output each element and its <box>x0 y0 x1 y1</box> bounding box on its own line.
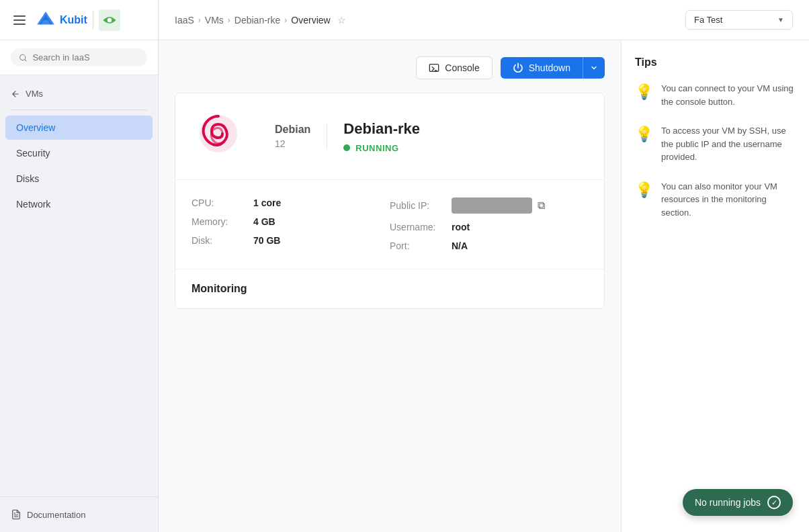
tip-item-1: 💡 You can connect to your VM using the c… <box>635 82 796 108</box>
disk-row: Disk: 70 GB <box>191 231 390 250</box>
status-text: RUNNING <box>355 143 398 153</box>
search-icon <box>19 53 27 62</box>
nav-divider <box>11 109 147 110</box>
memory-value: 4 GB <box>253 216 275 227</box>
breadcrumb-vms[interactable]: VMs <box>205 15 224 26</box>
cpu-label: CPU: <box>191 197 245 208</box>
memory-label: Memory: <box>191 216 245 227</box>
breadcrumb: IaaS › VMs › Debian-rke › Overview ☆ <box>175 15 346 26</box>
monitoring-title: Monitoring <box>191 283 588 295</box>
topbar: IaaS › VMs › Debian-rke › Overview ☆ Fa … <box>159 0 809 40</box>
cpu-row: CPU: 1 core <box>191 193 390 212</box>
svg-point-1 <box>108 17 112 21</box>
search-area <box>0 40 158 75</box>
breadcrumb-iaas[interactable]: IaaS <box>175 15 194 26</box>
ip-value-placeholder <box>452 197 532 214</box>
sidebar-item-label-security: Security <box>16 148 50 159</box>
breadcrumb-vm-name[interactable]: Debian-rke <box>235 15 280 26</box>
sidebar-nav: VMs Overview Security Disks Network <box>0 75 158 496</box>
memory-row: Memory: 4 GB <box>191 212 390 231</box>
hamburger-button[interactable] <box>11 13 28 28</box>
tip-item-3: 💡 You can also monitor your VM resources… <box>635 180 796 220</box>
jobs-badge[interactable]: No running jobs ✓ <box>683 489 793 516</box>
chevron-down-icon: ▼ <box>777 16 784 24</box>
back-to-vms[interactable]: VMs <box>0 83 158 104</box>
power-icon <box>513 62 523 73</box>
console-label: Console <box>445 62 479 73</box>
shutdown-dropdown-button[interactable] <box>583 57 605 79</box>
workspace-selector[interactable]: Fa Test ▼ <box>685 10 793 30</box>
sidebar-header: Kubit <box>0 0 158 40</box>
vm-status: RUNNING <box>343 143 420 153</box>
content-area: Console Shutdown <box>159 40 809 532</box>
sidebar-item-label-network: Network <box>16 199 50 210</box>
disk-label: Disk: <box>191 235 245 246</box>
username-row: Username: root <box>390 218 588 236</box>
port-row: Port: N/A <box>390 236 588 255</box>
vm-details-right: Public IP: ⧉ Username: root Port: <box>390 193 588 255</box>
sidebar-item-disks[interactable]: Disks <box>5 167 153 191</box>
breadcrumb-current: Overview <box>291 15 330 26</box>
vm-name-status: Debian-rke RUNNING <box>327 120 436 153</box>
vm-details: CPU: 1 core Memory: 4 GB Disk: 70 GB <box>175 180 604 269</box>
shutdown-chevron-icon <box>590 64 598 72</box>
tip-icon-3: 💡 <box>635 181 653 220</box>
favorite-icon[interactable]: ☆ <box>337 15 346 26</box>
console-button[interactable]: Console <box>416 56 492 79</box>
sidebar: Kubit VMs Over <box>0 0 159 532</box>
jobs-label: No running jobs <box>695 497 761 508</box>
document-icon <box>11 509 22 520</box>
search-input[interactable] <box>32 52 139 62</box>
port-label: Port: <box>390 240 443 251</box>
breadcrumb-sep-3: › <box>284 15 287 25</box>
kubit-logo-text: Kubit <box>60 14 87 26</box>
vm-os-version: 12 <box>275 138 310 149</box>
disk-value: 70 GB <box>253 235 280 246</box>
svg-rect-3 <box>430 64 439 72</box>
port-value: N/A <box>452 240 468 251</box>
search-box[interactable] <box>11 48 147 66</box>
ip-box: ⧉ <box>452 197 545 214</box>
topbar-right: Fa Test ▼ <box>685 10 793 30</box>
shutdown-label: Shutdown <box>529 62 570 73</box>
logo-area: Kubit <box>35 9 120 31</box>
public-ip-row: Public IP: ⧉ <box>390 193 588 218</box>
sidebar-item-network[interactable]: Network <box>5 192 153 216</box>
status-indicator <box>343 144 350 151</box>
sidebar-item-label-overview: Overview <box>16 122 55 133</box>
shutdown-button[interactable]: Shutdown <box>501 57 583 79</box>
tip-icon-1: 💡 <box>635 83 653 108</box>
tip-item-2: 💡 To access your VM by SSH, use the publ… <box>635 124 796 164</box>
username-label: Username: <box>390 222 443 232</box>
breadcrumb-sep-1: › <box>198 15 201 25</box>
shutdown-btn-group: Shutdown <box>501 57 605 79</box>
documentation-link[interactable]: Documentation <box>11 505 147 524</box>
kubit-logo: Kubit <box>35 9 87 31</box>
public-ip-label: Public IP: <box>390 200 443 211</box>
arrow-left-icon <box>11 89 20 99</box>
username-value: root <box>452 222 470 232</box>
vm-os-name: Debian <box>275 124 310 136</box>
tips-title: Tips <box>635 56 796 69</box>
tips-panel: Tips 💡 You can connect to your VM using … <box>621 40 809 532</box>
tip-text-1: You can connect to your VM using the con… <box>661 82 796 108</box>
action-bar: Console Shutdown <box>175 56 605 79</box>
documentation-label: Documentation <box>27 510 85 520</box>
breadcrumb-sep-2: › <box>228 15 230 25</box>
vm-info-basic: Debian 12 <box>259 124 327 149</box>
sidebar-item-security[interactable]: Security <box>5 141 153 165</box>
cpu-value: 1 core <box>253 197 281 208</box>
sidebar-item-overview[interactable]: Overview <box>5 116 153 140</box>
vm-name: Debian-rke <box>343 120 420 138</box>
vm-details-left: CPU: 1 core Memory: 4 GB Disk: 70 GB <box>191 193 390 255</box>
back-label: VMs <box>26 89 43 99</box>
console-icon <box>429 62 439 73</box>
jobs-check-icon: ✓ <box>767 496 781 509</box>
copy-icon[interactable]: ⧉ <box>538 200 545 212</box>
vm-card: Debian 12 Debian-rke RUNNING <box>175 93 605 309</box>
tip-text-2: To access your VM by SSH, use the public… <box>661 124 796 164</box>
workspace-name: Fa Test <box>694 15 722 25</box>
main-content: IaaS › VMs › Debian-rke › Overview ☆ Fa … <box>159 0 809 532</box>
main-panel: Console Shutdown <box>159 40 621 532</box>
sidebar-item-label-disks: Disks <box>16 173 39 184</box>
